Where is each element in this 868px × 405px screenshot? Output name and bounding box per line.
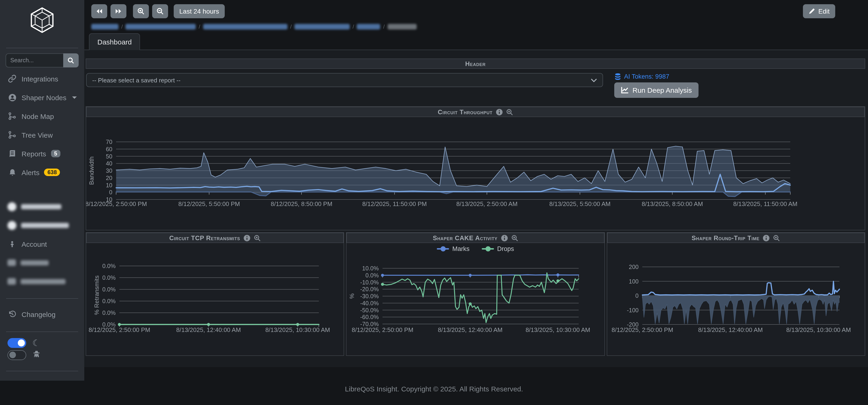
circuit-throughput-panel: Circuit Throughput 706050403020100108/12… (86, 106, 865, 230)
saved-report-select-value: -- Please select a saved report -- (92, 76, 181, 84)
header-section: Header -- Please select a saved report -… (86, 59, 865, 102)
svg-text:40: 40 (106, 160, 112, 167)
incognito-toggle[interactable] (7, 350, 26, 360)
zoom-chart-icon[interactable] (506, 108, 513, 116)
svg-text:0.0%: 0.0% (102, 274, 116, 281)
sidebar-item-label: Reports (22, 150, 46, 158)
legend-label: Marks (452, 245, 470, 252)
round-trip-time-chart[interactable]: 2001000-100-2008/12/2025, 2:50:00 PM8/13… (607, 243, 863, 355)
redacted-action-row[interactable] (0, 253, 84, 272)
search-input[interactable] (6, 53, 63, 67)
sidebar-item-tree-view[interactable]: Tree View (0, 125, 84, 144)
sidebar-divider (6, 48, 78, 48)
panel-title: Circuit Throughput (438, 108, 493, 116)
tcp-retransmits-chart[interactable]: 0.0%0.0%0.0%0.0%0.0%0.0%8/12/2025, 2:50:… (86, 243, 343, 355)
breadcrumb-link-redacted[interactable] (294, 24, 350, 29)
nodes-icon (7, 112, 17, 120)
header-section-title: Header (86, 59, 865, 69)
sidebar-item-reports[interactable]: Reports 5 (0, 144, 84, 163)
sidebar-item-label: Tree View (22, 131, 53, 139)
search-icon (67, 57, 74, 64)
zoom-in-button[interactable] (133, 4, 149, 18)
info-icon[interactable] (496, 108, 503, 116)
svg-text:100: 100 (629, 278, 639, 285)
legend-item-marks[interactable]: Marks (437, 245, 470, 252)
svg-text:20: 20 (106, 175, 112, 181)
ai-tokens-link[interactable]: AI Tokens: 9987 (614, 73, 669, 80)
sidebar-item-shaper-nodes[interactable]: Shaper Nodes (0, 88, 84, 107)
breadcrumb-link-redacted[interactable] (126, 24, 196, 29)
zoom-chart-icon[interactable] (773, 234, 780, 241)
redacted-user-row[interactable] (0, 197, 84, 216)
svg-text:%: % (348, 293, 355, 299)
sidebar-item-integrations[interactable]: Integrations (0, 69, 84, 88)
main-content: Last 24 hours Edit ///// Dashboard Heade… (84, 0, 868, 367)
redacted-user-row[interactable] (0, 216, 84, 235)
redacted-account-name (21, 223, 69, 228)
svg-text:8/13/2025, 10:30:00 AM: 8/13/2025, 10:30:00 AM (786, 326, 851, 333)
sidebar-item-node-map[interactable]: Node Map (0, 107, 84, 125)
info-icon[interactable] (244, 234, 250, 241)
svg-text:8/12/2025, 11:50:00 PM: 8/12/2025, 11:50:00 PM (362, 200, 427, 208)
panel-title: Shaper Round-Trip Time (692, 234, 760, 241)
time-toolbar: Last 24 hours Edit (84, 0, 868, 18)
dark-mode-toggle[interactable] (7, 338, 26, 348)
sidebar: Integrations Shaper Nodes (0, 0, 84, 381)
sidebar-item-alerts[interactable]: Alerts 638 (0, 163, 84, 182)
fast-forward-icon (115, 8, 122, 14)
zoom-in-icon (137, 7, 145, 15)
svg-text:8/13/2025, 10:30:00 AM: 8/13/2025, 10:30:00 AM (526, 326, 590, 333)
zoom-chart-icon[interactable] (254, 234, 261, 241)
tab-dashboard[interactable]: Dashboard (89, 33, 140, 50)
tab-bar: Dashboard (84, 33, 868, 50)
svg-text:8/13/2025, 12:40:00 AM: 8/13/2025, 12:40:00 AM (438, 326, 503, 333)
sidebar-item-label: Changelog (22, 310, 56, 318)
sidebar-item-changelog[interactable]: Changelog (0, 305, 84, 323)
breadcrumb-link-redacted[interactable] (203, 24, 287, 29)
person-icon (7, 240, 17, 248)
sidebar-divider (6, 332, 78, 332)
redacted-action-row[interactable] (0, 272, 84, 291)
breadcrumb-separator: / (121, 23, 123, 30)
sidebar-item-account[interactable]: Account (0, 235, 84, 253)
sidebar-item-label: Integrations (22, 75, 58, 83)
alerts-count-badge: 638 (44, 168, 60, 176)
spy-icon (32, 350, 41, 360)
sidebar-nav: Integrations Shaper Nodes (0, 69, 84, 182)
run-deep-analysis-button[interactable]: Run Deep Analysis (614, 83, 699, 98)
avatar (7, 221, 17, 230)
svg-text:% Retransmits: % Retransmits (93, 275, 100, 315)
time-range-button[interactable]: Last 24 hours (174, 4, 225, 18)
circuit-throughput-chart[interactable]: 706050403020100108/12/2025, 2:50:00 PM8/… (86, 117, 863, 230)
zoom-chart-icon[interactable] (511, 234, 518, 241)
svg-text:8/12/2025, 5:50:00 PM: 8/12/2025, 5:50:00 PM (178, 200, 240, 208)
svg-text:8/13/2025, 8:50:00 AM: 8/13/2025, 8:50:00 AM (642, 200, 703, 208)
cake-activity-chart[interactable]: 10.0%0.0%-10.0%-20.0%-30.0%-40.0%-50.0%-… (347, 243, 605, 355)
saved-report-select[interactable]: -- Please select a saved report -- (86, 73, 603, 87)
info-icon[interactable] (763, 234, 770, 241)
svg-text:0.0%: 0.0% (366, 272, 379, 279)
ai-tokens-label: AI Tokens: 9987 (624, 73, 669, 80)
book-icon (7, 150, 17, 158)
breadcrumb-link-redacted[interactable] (91, 24, 119, 29)
zoom-out-button[interactable] (152, 4, 168, 18)
app-logo[interactable] (0, 6, 84, 34)
app-root: Integrations Shaper Nodes (0, 0, 868, 405)
svg-text:10.0%: 10.0% (362, 265, 379, 272)
time-forward-button[interactable] (111, 4, 126, 18)
svg-text:8/12/2025, 2:50:00 PM: 8/12/2025, 2:50:00 PM (612, 326, 673, 333)
breadcrumb-link-redacted[interactable] (357, 24, 380, 29)
search-button[interactable] (63, 53, 79, 67)
bell-icon (7, 168, 17, 176)
person-circle-icon (7, 93, 17, 102)
sidebar-item-label: Alerts (22, 168, 39, 176)
legend-item-drops[interactable]: Drops (482, 245, 514, 252)
svg-text:0.0%: 0.0% (102, 310, 116, 316)
breadcrumb-separator: / (383, 23, 385, 30)
svg-text:8/12/2025, 2:50:00 PM: 8/12/2025, 2:50:00 PM (89, 326, 150, 333)
time-back-button[interactable] (91, 4, 107, 18)
section-title-text: Header (465, 60, 486, 67)
info-icon[interactable] (501, 234, 508, 241)
svg-text:10: 10 (106, 182, 112, 188)
edit-button[interactable]: Edit (803, 4, 835, 18)
